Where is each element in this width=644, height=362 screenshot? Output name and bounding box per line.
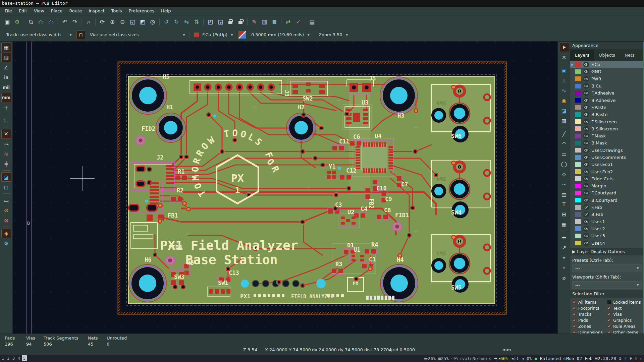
layer-visibility-eye-icon[interactable] [583, 133, 589, 139]
layer-row-user.4[interactable]: User.4 [570, 239, 644, 246]
tray-battery[interactable]: 66% [494, 356, 508, 361]
route-tracks-icon[interactable]: ⎍ [559, 76, 569, 85]
layer-visibility-eye-icon[interactable] [583, 83, 589, 89]
workspace-1[interactable]: 1 [0, 355, 5, 361]
tab-nets[interactable]: Nets [620, 50, 639, 61]
layer-visibility-eye-icon[interactable] [583, 105, 589, 110]
checkbox[interactable]: ✓ [607, 306, 611, 310]
layer-row-user.eco2[interactable]: User.Eco2 [570, 168, 644, 175]
board-setup-icon[interactable]: ⚙ [12, 17, 22, 26]
tray-logo-c[interactable]: c [640, 356, 643, 361]
center-dimension-icon[interactable]: ⌖ [559, 253, 569, 262]
workspace-5[interactable]: 5 [22, 355, 27, 361]
grid-overrides-icon[interactable]: ▨ [1, 53, 11, 62]
lock-icon[interactable] [226, 17, 235, 26]
draw-arc-icon[interactable]: ◠ [559, 139, 569, 148]
draw-rectangle-icon[interactable]: ▭ [559, 149, 569, 159]
layer-visibility-eye-icon[interactable] [583, 176, 589, 182]
tray-mic[interactable]: ◂ 0% [522, 356, 532, 361]
layer-color-swatch[interactable] [575, 76, 581, 81]
layer-visibility-eye-icon[interactable] [583, 183, 589, 189]
menu-inspect[interactable]: Inspect [85, 8, 108, 13]
place-footprint-icon[interactable]: ▣ [559, 66, 569, 75]
tune-length-icon[interactable]: ∿ [559, 86, 569, 95]
rotate-ccw-icon[interactable]: ↺ [162, 17, 171, 26]
layer-row-b.silkscreen[interactable]: B.Silkscreen [570, 125, 644, 132]
tray-volume[interactable]: ◄)) [511, 356, 519, 361]
layer-color-swatch[interactable] [575, 69, 581, 74]
layer-visibility-eye-icon[interactable] [583, 69, 589, 74]
leader-icon[interactable]: ↗ [559, 243, 569, 252]
tray-power[interactable]: ⊙ [619, 356, 622, 361]
layer-row-f.fab[interactable]: F.Fab [570, 204, 644, 211]
layer-color-swatch[interactable] [575, 205, 581, 210]
filter-rule-areas[interactable]: ✓Rule Areas [607, 324, 642, 329]
filter-locked-items[interactable]: Locked items [607, 300, 642, 305]
place-text-icon[interactable]: T [559, 199, 569, 209]
pcb-canvas[interactable]: B1SW61SW41SW5PXPX1TOMORROW TOOLS FORPX1 … [13, 42, 557, 334]
track-posture-icon[interactable]: ⊓ [76, 31, 85, 39]
menu-help[interactable]: Help [158, 8, 174, 13]
zoom-fit-objects-icon[interactable]: ◩ [138, 17, 147, 26]
menu-preferences[interactable]: Preferences [125, 8, 158, 13]
drill-origin-icon[interactable]: ⌖ [559, 263, 569, 272]
units-mils-icon[interactable]: mil [1, 83, 11, 92]
menu-tools[interactable]: Tools [108, 8, 125, 13]
flip-vertical-icon[interactable]: ⇅ [192, 17, 201, 26]
filter-all-items[interactable]: ✓All items [572, 300, 607, 305]
ungroup-icon[interactable]: ◲ [216, 17, 225, 26]
polar-coords-icon[interactable]: ∠ [1, 63, 11, 72]
via-size-combo[interactable]: Via: use netclass sizes▼ [87, 32, 188, 37]
filter-footprints[interactable]: ✓Footprints [572, 306, 607, 311]
workspace-4[interactable]: 4 [16, 355, 21, 361]
local-ratsnest-icon[interactable]: ✕ [559, 53, 569, 62]
layer-color-swatch[interactable] [575, 126, 581, 131]
update-pcb-icon[interactable]: ⇄ [283, 17, 293, 26]
layer-color-swatch[interactable] [575, 219, 581, 224]
drc-icon[interactable]: ✓ [293, 17, 303, 26]
layer-row-pwr[interactable]: PWR [570, 75, 644, 82]
library-browser-icon[interactable]: ▥ [260, 17, 269, 26]
net-colors-icon[interactable]: ╪ [1, 159, 11, 169]
find-icon[interactable]: ⌕ [84, 17, 93, 26]
draw-circle-icon[interactable]: ◯ [559, 159, 569, 169]
cursor-full-crosshair-icon[interactable]: + [1, 103, 11, 112]
layer-visibility-eye-icon[interactable] [583, 62, 589, 67]
layers-manager-icon[interactable]: ▤ [307, 17, 317, 26]
save-icon[interactable]: ▣ [2, 17, 12, 26]
high-contrast-icon[interactable]: ◈ [1, 229, 11, 238]
checkbox[interactable]: ✓ [572, 306, 577, 310]
layer-row-margin[interactable]: Margin [570, 182, 644, 189]
draw-polygon-icon[interactable]: ◇ [559, 169, 569, 179]
edit-special-icon[interactable]: ✎ [250, 17, 259, 26]
layer-visibility-eye-icon[interactable] [583, 76, 589, 82]
menu-place[interactable]: Place [48, 8, 66, 13]
layer-color-swatch[interactable] [575, 184, 581, 188]
layer-color-swatch[interactable] [575, 91, 581, 96]
layer-visibility-eye-icon[interactable] [583, 240, 589, 246]
unlock-icon[interactable] [236, 17, 245, 26]
layer-combo[interactable]: F.Cu (PgUp)▼ [192, 32, 236, 37]
layer-visibility-eye-icon[interactable] [583, 147, 589, 153]
layer-row-f.mask[interactable]: F.Mask [570, 132, 644, 139]
rule-area-icon[interactable]: ▨ [559, 116, 569, 125]
zoom-combo[interactable]: Zoom 3.50▼ [316, 32, 351, 37]
checkbox[interactable]: ✓ [572, 324, 577, 328]
layer-visibility-eye-icon[interactable] [583, 190, 589, 196]
tray-stats[interactable]: ☰26% [424, 356, 436, 361]
layer-color-swatch[interactable] [575, 105, 581, 110]
checkbox[interactable]: ✓ [607, 318, 611, 322]
filter-text[interactable]: ✓Text [607, 306, 642, 311]
undo-icon[interactable]: ↶ [60, 17, 69, 26]
layer-visibility-eye-icon[interactable] [583, 169, 589, 175]
layer-visibility-eye-icon[interactable] [583, 212, 589, 217]
free-angle-mode-icon[interactable]: ∟ [1, 116, 11, 125]
place-image-icon[interactable]: ▤ [559, 189, 569, 199]
tray-bluetooth[interactable]: ᛒ [624, 356, 627, 361]
layer-row-user.1[interactable]: User.1 [570, 218, 644, 225]
layer-color-swatch[interactable] [575, 62, 581, 67]
print-icon[interactable]: ⎙ [36, 17, 46, 26]
zoom-out-icon[interactable]: ⊖ [118, 17, 127, 26]
layer-color-swatch[interactable] [575, 241, 581, 245]
pack-footprints-icon[interactable]: ≣ [270, 17, 279, 26]
